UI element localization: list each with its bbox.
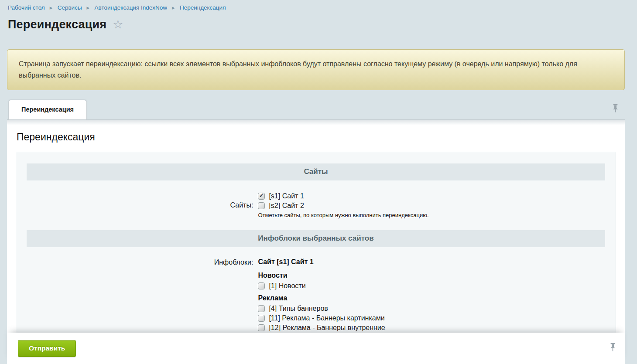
submit-button[interactable]: Отправить [18,340,76,357]
page-title: Переиндексация [8,18,106,31]
form-box: Сайты Сайты: [s1] Сайт 1 [s2] Сайт 2 Отм… [16,152,616,364]
checkbox-icon [258,324,265,331]
section-header-infoblocks: Инфоблоки выбранных сайтов [27,230,605,247]
chevron-right-icon: ▶ [87,6,90,10]
sites-help-text: Отметьте сайты, по которым нужно выполни… [258,212,605,218]
content-panel: Переиндексация Сайты Сайты: [s1] Сайт 1 … [7,119,625,364]
checkbox-label: [11] Реклама - Баннеры картинками [269,314,384,322]
notice-banner: Страница запускает переиндексацию: ссылк… [7,49,625,90]
infoblock-group-ads: Реклама [258,294,605,304]
pin-footer-button[interactable] [610,343,616,353]
pushpin-icon [612,104,619,114]
sites-field-row: Сайты: [s1] Сайт 1 [s2] Сайт 2 Отметьте … [27,191,605,218]
site-checkbox-s2[interactable]: [s2] Сайт 2 [258,201,605,211]
breadcrumb-services[interactable]: Сервисы [58,4,82,11]
checkbox-label: [12] Реклама - Баннеры внутренние [269,324,385,332]
infoblock-group-news: Новости [258,272,605,281]
checkbox-label: [1] Новости [269,282,305,290]
breadcrumb: Рабочий стол▶Сервисы▶Автоиндексация Inde… [0,0,637,11]
checkbox-icon [258,282,265,289]
checkbox-label: [s1] Сайт 1 [269,192,304,200]
checkbox-icon [258,193,265,200]
checkbox-icon [258,305,265,312]
breadcrumb-desktop[interactable]: Рабочий стол [8,4,45,11]
section-header-sites: Сайты [27,163,605,180]
footer-action-bar: Отправить [7,333,625,364]
pushpin-icon [610,343,616,353]
favorite-star-icon[interactable]: ☆ [113,19,123,31]
sites-field-value: [s1] Сайт 1 [s2] Сайт 2 Отметьте сайты, … [258,191,605,218]
checkbox-icon [258,202,265,209]
infoblocks-site-header: Сайт [s1] Сайт 1 [258,258,605,268]
pin-tabs-button[interactable] [612,104,619,114]
infoblock-checkbox-1[interactable]: [1] Новости [258,281,605,291]
checkbox-icon [258,315,265,322]
checkbox-label: [4] Типы баннеров [269,305,328,313]
chevron-right-icon: ▶ [50,6,53,10]
infoblock-checkbox-4[interactable]: [4] Типы баннеров [258,304,605,313]
site-checkbox-s1[interactable]: [s1] Сайт 1 [258,191,605,201]
tab-strip: Переиндексация [7,100,625,119]
sites-field-label: Сайты: [27,191,258,218]
breadcrumb-indexnow[interactable]: Автоиндексация IndexNow [95,4,167,11]
page: Рабочий стол▶Сервисы▶Автоиндексация Inde… [0,0,637,364]
title-row: Переиндексация ☆ [8,18,637,31]
tab-reindex[interactable]: Переиндексация [8,100,87,119]
form-heading: Переиндексация [7,120,625,152]
checkbox-label: [s2] Сайт 2 [269,202,304,210]
chevron-right-icon: ▶ [172,6,175,10]
breadcrumb-reindex[interactable]: Переиндексация [180,4,226,11]
infoblock-checkbox-11[interactable]: [11] Реклама - Баннеры картинками [258,313,605,323]
infoblock-checkbox-12[interactable]: [12] Реклама - Баннеры внутренние [258,323,605,333]
